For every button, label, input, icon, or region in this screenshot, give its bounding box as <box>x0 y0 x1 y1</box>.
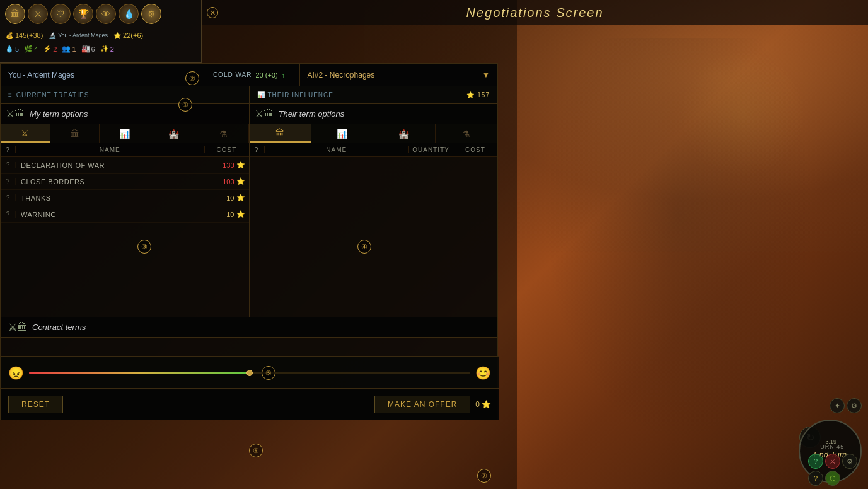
influence-bar-icon: 📊 <box>257 91 265 98</box>
star-icon-influence: ⭐ <box>466 91 475 98</box>
top-icon-6[interactable]: 💧 <box>119 4 139 24</box>
mood-right-icon: 😊 <box>475 365 491 380</box>
resource-research: 🔬 You - Ardent Mages <box>48 31 108 40</box>
my-tab-resources[interactable]: 📊 <box>100 124 149 143</box>
their-tab-diplomacy[interactable]: 🏛 <box>250 124 311 143</box>
top-icon-4[interactable]: 🏆 <box>73 4 93 24</box>
influence-icon: ⭐ <box>113 31 122 40</box>
score-value: 3.19 <box>825 439 836 445</box>
star-3: ⭐ <box>236 194 245 202</box>
my-tab-diplomacy[interactable]: ⚔ <box>1 124 50 143</box>
bm-icon-1[interactable]: ? <box>808 454 823 469</box>
title-bar: ✕ Negotiations Screen <box>202 0 868 25</box>
bottom-mini-icons: ? ⚔ ⚙ ? ⬡ <box>808 454 865 486</box>
col-name-header: NAME <box>16 146 205 153</box>
row-name-3: THANKS <box>16 194 205 202</box>
res-industry: 🏭6 <box>81 45 95 53</box>
top-icon-settings[interactable]: ⚙ <box>141 4 161 24</box>
my-tab-tech[interactable]: ⚗ <box>199 124 249 143</box>
their-terms-tabs: 🏛 📊 🏰 ⚗ <box>250 124 498 143</box>
relation-value: 20 (+0) <box>255 71 277 79</box>
their-col-qty-header: QUANTITY <box>409 146 453 153</box>
relation-type: COLD WAR <box>213 71 252 78</box>
mini-icon-2[interactable]: ⚙ <box>847 398 862 413</box>
table-row[interactable]: ? THANKS 10⭐ <box>1 190 249 206</box>
their-tab-tech[interactable]: ⚗ <box>436 124 497 143</box>
row-q-1: ? <box>1 162 16 168</box>
offer-value-display: 0 ⭐ <box>475 400 491 409</box>
table-row[interactable]: ? WARNING 10⭐ <box>1 206 249 223</box>
top-icon-5[interactable]: 👁 <box>96 4 116 24</box>
their-col-q-header: ? <box>250 146 265 153</box>
influence-value-display: ⭐ 157 <box>466 91 490 98</box>
diplomacy-panel: You - Ardent Mages COLD WAR 20 (+0) ↑ AI… <box>0 63 498 420</box>
bm-icon-5[interactable]: ⬡ <box>825 471 840 486</box>
turn-mini-icons: ✦ ⚙ <box>830 398 862 413</box>
top-icon-1[interactable]: 🏛 <box>5 4 25 24</box>
star-4: ⭐ <box>236 210 245 218</box>
label-4: ④ <box>357 240 371 254</box>
my-terms-title: My term options <box>30 109 88 119</box>
top-icon-2[interactable]: ⚔ <box>28 4 48 24</box>
reset-button[interactable]: RESET <box>8 396 63 413</box>
row-cost-4: 10⭐ <box>205 210 249 218</box>
label-1: ① <box>178 98 192 112</box>
mini-icon-1[interactable]: ✦ <box>830 398 845 413</box>
their-col-name-header: NAME <box>265 146 410 153</box>
label-7: ⑦ <box>477 469 491 483</box>
my-terms-col-headers: ? NAME COST <box>1 143 249 157</box>
their-tab-units[interactable]: 🏰 <box>373 124 435 143</box>
top-icon-3[interactable]: 🛡 <box>50 4 71 24</box>
resources-bar: 💰 145(+38) 🔬 You - Ardent Mages ⭐ 22(+6) <box>0 28 201 42</box>
enemy-dropdown[interactable]: AI#2 - Necrophages ▼ <box>300 64 498 86</box>
turn-area: ✦ ⚙ ↻ TURN 45 End Turn ? ⚔ ⚙ ? ⬡ 3.19 <box>742 394 868 489</box>
my-terms-icon: ⚔🏛 <box>6 108 25 120</box>
mood-slider-bar: 😠 😊 <box>1 356 499 388</box>
contract-icon: ⚔🏛 <box>8 321 27 333</box>
offer-star-icon: ⭐ <box>482 400 491 409</box>
row-name-1: DECLARATION OF WAR <box>16 162 205 169</box>
contract-title: Contract terms <box>32 322 86 332</box>
their-terms-empty-area <box>250 157 498 252</box>
close-button[interactable]: ✕ <box>202 4 223 21</box>
mood-slider-thumb[interactable] <box>246 370 253 376</box>
star-2: ⭐ <box>236 177 245 186</box>
diplo-sub-header: ≡ CURRENT TREATIES 📊 THEIR INFLUENCE ⭐ 1… <box>1 86 497 104</box>
their-tab-resources[interactable]: 📊 <box>311 124 373 143</box>
mood-slider-track[interactable] <box>29 372 470 374</box>
row-q-2: ? <box>1 178 16 185</box>
resource-influence: ⭐ 22(+6) <box>113 31 143 40</box>
table-row[interactable]: ? CLOSE BORDERS 100⭐ <box>1 174 249 190</box>
their-terms-panel: ⚔🏛 Their term options 🏛 📊 🏰 ⚗ ? NAME QUA… <box>250 104 498 317</box>
top-bar: 🏛 ⚔ 🛡 🏆 👁 💧 ⚙ 💰 145(+38) 🔬 You - Ardent … <box>0 0 202 63</box>
bm-icon-4[interactable]: ? <box>808 471 823 486</box>
their-col-cost-header: COST <box>453 146 497 153</box>
relation-display: COLD WAR 20 (+0) ↑ <box>213 71 285 79</box>
my-tab-units[interactable]: 🏰 <box>149 124 199 143</box>
row-cost-2: 100⭐ <box>205 177 249 186</box>
my-terms-empty-area <box>1 223 249 317</box>
resources-bar-2: 💧5 🌿4 ⚡2 👥1 🏭6 ✨2 <box>0 42 201 56</box>
offer-value-num: 0 <box>475 400 480 409</box>
my-tab-buildings[interactable]: 🏛 <box>50 124 100 143</box>
bm-icon-3[interactable]: ⚙ <box>842 454 857 469</box>
gold-icon: 💰 <box>5 31 14 40</box>
col-cost-header: COST <box>205 146 249 153</box>
make-offer-button[interactable]: MAKE AN OFFER <box>374 396 470 413</box>
row-cost-1: 130⭐ <box>205 161 249 169</box>
score-display: 3.19 <box>825 439 836 445</box>
my-terms-header: ⚔🏛 My term options <box>1 104 249 124</box>
label-2: ② <box>185 71 199 85</box>
mood-left-icon: 😠 <box>8 365 24 380</box>
research-icon: 🔬 <box>48 31 57 40</box>
res-magic: ✨2 <box>100 45 114 53</box>
my-terms-panel: ⚔🏛 My term options ⚔ 🏛 📊 🏰 ⚗ ? NAME COST <box>1 104 250 317</box>
table-row[interactable]: ? DECLARATION OF WAR 130⭐ <box>1 157 249 174</box>
bm-icon-2[interactable]: ⚔ <box>825 454 840 469</box>
their-terms-icon: ⚔🏛 <box>255 108 274 120</box>
player-name: You - Ardent Mages <box>1 64 199 86</box>
diplo-header-row: You - Ardent Mages COLD WAR 20 (+0) ↑ AI… <box>1 64 497 86</box>
label-5: ⑤ <box>262 366 275 380</box>
col-q-header: ? <box>1 146 16 153</box>
their-influence-section: 📊 THEIR INFLUENCE ⭐ 157 <box>250 86 498 103</box>
